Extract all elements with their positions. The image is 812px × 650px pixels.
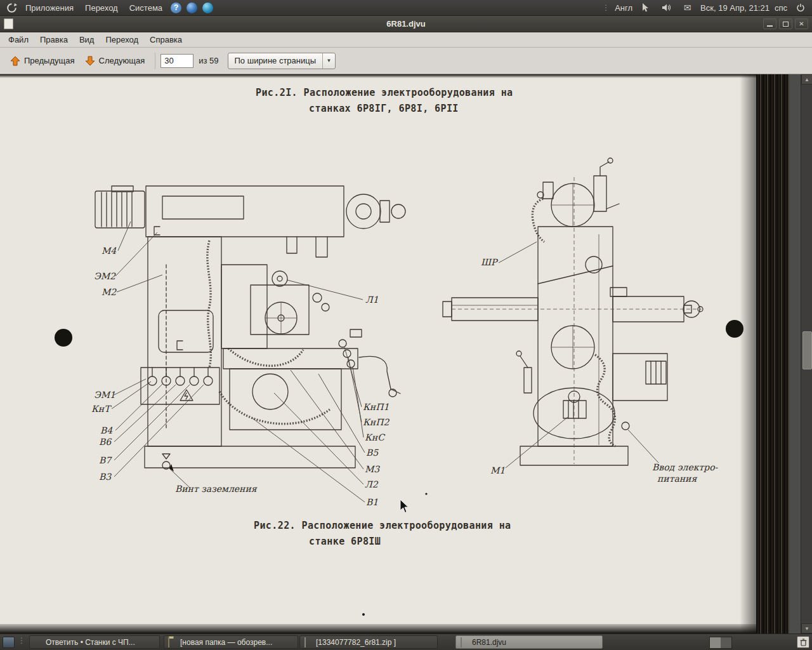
label-power-inlet-line2: питания xyxy=(657,474,697,484)
window-title: 6R81.djvu xyxy=(0,19,812,29)
toolbar-separator xyxy=(155,53,155,69)
label-v5: В5 xyxy=(366,448,378,458)
fig21-caption-line1: Рис.2I. Расположение электрооборудования… xyxy=(256,87,513,98)
scrollbar-thumb[interactable] xyxy=(802,331,812,369)
scan-right-edge xyxy=(756,74,789,633)
label-v6: В6 xyxy=(99,437,111,447)
globe-icon-2 xyxy=(202,3,213,13)
label-knp1: КнП1 xyxy=(363,402,389,412)
label-v1: В1 xyxy=(366,497,378,507)
browser-launcher-icon[interactable] xyxy=(186,2,198,14)
label-knt: КнТ xyxy=(91,404,110,414)
vertical-scrollbar[interactable]: ▲ ▼ xyxy=(801,74,812,633)
fig22-caption-line2: станке 6Р8IШ xyxy=(309,536,381,547)
scroll-up-button[interactable]: ▲ xyxy=(801,74,812,84)
menu-view[interactable]: Вид xyxy=(74,33,100,46)
page-total-label: из 59 xyxy=(199,56,218,65)
previous-page-button[interactable]: Предыдущая xyxy=(5,53,80,69)
maximize-button[interactable] xyxy=(779,18,792,29)
clock[interactable]: Вск, 19 Апр, 21:21 xyxy=(700,3,769,13)
label-kns: КнС xyxy=(365,432,384,442)
fig21-caption-line2: станках 6Р8IГ, 6Р8I, 6РII xyxy=(309,103,459,114)
mail-app-icon xyxy=(34,638,43,646)
trash-icon[interactable] xyxy=(797,636,809,648)
label-m4: М4 xyxy=(102,246,116,256)
scan-top-edge xyxy=(0,74,789,78)
globe-icon xyxy=(187,3,197,13)
menu-help[interactable]: Справка xyxy=(144,33,188,46)
down-arrow-icon xyxy=(85,56,95,66)
label-v4: В4 xyxy=(100,425,112,435)
user-switcher[interactable]: спс xyxy=(775,3,787,13)
scroll-down-icon: ▼ xyxy=(804,626,809,632)
menu-system[interactable]: Система xyxy=(124,1,168,15)
menu-go[interactable]: Переход xyxy=(100,33,144,46)
fig22-caption-line1: Рис.22. Расположение электрооборудования… xyxy=(254,520,511,531)
next-page-button[interactable]: Следующая xyxy=(80,53,150,69)
window-titlebar[interactable]: 6R81.djvu ✕ xyxy=(0,16,812,32)
figure-drawings xyxy=(0,74,789,633)
label-power-inlet-line1: Ввод электро- xyxy=(652,462,717,472)
folder-icon xyxy=(168,638,177,646)
label-knp2: КнП2 xyxy=(363,417,389,427)
next-label: Следующая xyxy=(99,56,145,65)
menubar: Файл Правка Вид Переход Справка xyxy=(0,32,812,48)
toolbar: Предыдущая Следующая из 59 По ширине стр… xyxy=(0,48,812,74)
pointer-tray-icon[interactable] xyxy=(639,2,652,14)
task-file-browser[interactable]: [новая папка — обозрев... xyxy=(164,635,298,649)
maximize-icon xyxy=(783,22,789,27)
minimize-button[interactable] xyxy=(763,18,776,29)
mail-notifier-icon[interactable]: ✉ xyxy=(681,2,693,14)
window-icon xyxy=(4,18,13,29)
scroll-down-button[interactable]: ▼ xyxy=(801,623,812,633)
workspace-1[interactable] xyxy=(710,637,721,648)
tray-handle[interactable]: ⋮ xyxy=(602,3,610,12)
page-number-input[interactable] xyxy=(160,54,193,68)
top-panel: Приложения Переход Система ? ⋮ Англ ✉ Вс… xyxy=(0,0,812,16)
window-list-icon[interactable] xyxy=(3,637,15,648)
label-shr: ШР xyxy=(481,257,497,267)
distro-logo-icon[interactable] xyxy=(6,2,18,14)
task-label: Ответить • Станки с ЧП... xyxy=(46,638,135,647)
label-em1: ЭМ1 xyxy=(94,390,115,400)
task-djvu-viewer[interactable]: 6R81.djvu xyxy=(455,635,603,649)
zoom-combobox[interactable]: По ширине страницы ▼ xyxy=(228,53,336,69)
help-icon: ? xyxy=(171,3,181,13)
taskbar: ⋮ Ответить • Станки с ЧП... [новая папка… xyxy=(0,633,812,650)
close-button[interactable]: ✕ xyxy=(795,18,808,29)
document-view[interactable]: Рис.2I. Расположение электрооборудования… xyxy=(0,74,812,633)
power-icon[interactable] xyxy=(794,2,806,14)
help-launcher-icon[interactable]: ? xyxy=(170,2,182,14)
label-m2: М2 xyxy=(102,287,116,297)
close-icon: ✕ xyxy=(799,20,804,27)
label-em2: ЭМ2 xyxy=(94,271,115,281)
fig21-drawing xyxy=(95,186,405,469)
menu-file[interactable]: Файл xyxy=(3,33,34,46)
browser2-launcher-icon[interactable] xyxy=(202,2,214,14)
chevron-down-icon[interactable]: ▼ xyxy=(322,53,335,69)
label-l1: Л1 xyxy=(365,295,379,305)
menu-applications[interactable]: Приложения xyxy=(20,1,79,15)
mouse-cursor xyxy=(400,500,410,514)
taskbar-handle[interactable]: ⋮ xyxy=(18,636,25,645)
menu-edit[interactable]: Правка xyxy=(34,33,74,46)
desktop: Приложения Переход Система ? ⋮ Англ ✉ Вс… xyxy=(0,0,812,650)
label-m3: М3 xyxy=(365,464,379,474)
task-mail-reply[interactable]: Ответить • Станки с ЧП... xyxy=(29,635,160,649)
workspace-2[interactable] xyxy=(721,637,731,648)
keyboard-layout-indicator[interactable]: Англ xyxy=(615,3,632,13)
scroll-up-icon: ▲ xyxy=(804,77,809,83)
up-arrow-icon xyxy=(10,56,20,66)
workspace-switcher[interactable] xyxy=(709,637,732,649)
task-label: [новая папка — обозрев... xyxy=(180,638,272,647)
scan-bottom-edge xyxy=(0,624,789,633)
task-label: [1334077782_6r81.zip ] xyxy=(316,638,396,647)
minimize-icon xyxy=(767,25,773,27)
archive-icon xyxy=(304,638,313,646)
task-zip-archive[interactable]: [1334077782_6r81.zip ] xyxy=(299,635,438,649)
menu-places[interactable]: Переход xyxy=(79,1,124,15)
volume-icon[interactable] xyxy=(660,2,672,14)
label-ground-screw: Винт заземления xyxy=(175,484,257,494)
previous-label: Предыдущая xyxy=(24,56,75,65)
scanned-page: Рис.2I. Расположение электрооборудования… xyxy=(0,74,789,633)
